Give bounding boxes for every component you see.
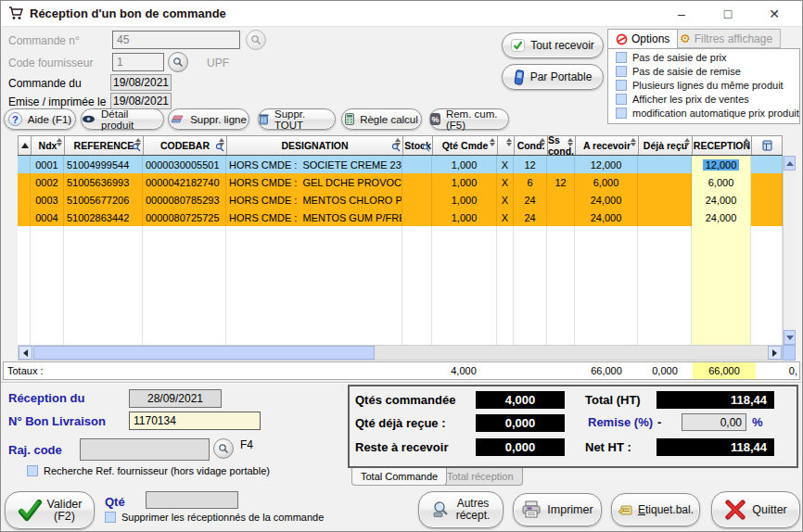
cell-delete[interactable] <box>751 156 783 173</box>
header-reception[interactable]: RECEPTION <box>692 135 751 155</box>
recherche-checkbox-row: Recherche Ref. fournisseur (hors vidage … <box>27 465 270 476</box>
imprimer-button[interactable]: Imprimer <box>513 493 602 526</box>
header-stock[interactable]: Stock <box>402 135 432 155</box>
header-deja-recu[interactable]: Déjà reçu <box>638 135 692 155</box>
reception-du-value[interactable]: 28/09/2021 <box>129 389 222 408</box>
qte-field[interactable] <box>146 491 238 509</box>
valider-button[interactable]: Valider (F2) <box>5 491 95 529</box>
commande-no-label: Commande n° <box>8 34 80 47</box>
table-row[interactable]: 0002 51005636993 0000042182740 HORS CMDE… <box>18 173 783 191</box>
imprimer-label: Imprimer <box>547 503 593 516</box>
header-ss-cond[interactable]: Ss cond. <box>547 135 575 155</box>
cell-codebar: 0000080785293 <box>143 191 226 209</box>
suppr-tout-button[interactable]: Suppr. TOUT <box>258 108 336 130</box>
help-icon: ? <box>8 112 22 126</box>
table-row[interactable]: 0003 51005677206 0000080785293 HORS CMDE… <box>18 191 783 209</box>
bon-livraison-field[interactable] <box>129 412 261 430</box>
cell-reception[interactable]: 24,000 <box>692 191 751 209</box>
cell-a-recevoir: 6,000 <box>575 173 638 191</box>
checkbox-pas-saisie-prix[interactable] <box>616 52 627 63</box>
tab-total-reception[interactable]: Total réception <box>438 468 523 486</box>
cell-cond: 12 <box>514 156 547 173</box>
check-icon <box>511 39 525 52</box>
supprimer-checkbox-row: Supprimer les réceptionnés de la command… <box>105 512 324 523</box>
tab-options-label: Options <box>631 32 669 45</box>
checkbox-recherche-ref[interactable] <box>27 465 38 476</box>
minimize-button[interactable]: – <box>663 1 700 27</box>
commande-du-value[interactable]: 19/08/2021 <box>110 74 172 91</box>
commande-search-icon[interactable] <box>246 30 266 50</box>
tab-filtres-label: Filtres affichage <box>695 32 773 45</box>
checkbox-modification-auto[interactable] <box>616 108 627 119</box>
option-label: Pas de saisie de prix <box>632 52 727 63</box>
cell-delete[interactable] <box>751 191 783 209</box>
checkbox-supprimer-receptionnes[interactable] <box>105 512 116 523</box>
percent-icon: % <box>430 113 440 125</box>
table-row[interactable]: 0004 51002863442 0000080725725 HORS CMDE… <box>18 209 783 226</box>
rem-cum-button[interactable]: % Rem. cum. (F5) <box>429 108 509 130</box>
etiquet-bal-label: Etiquet.bal. <box>638 503 694 516</box>
total-ht-value: 118,44 <box>656 391 774 409</box>
header-x[interactable] <box>497 135 514 155</box>
cell-a-recevoir: 24,000 <box>575 209 638 226</box>
fournisseur-search-icon[interactable] <box>168 52 188 72</box>
scroll-down-icon[interactable] <box>784 330 796 345</box>
maximize-button[interactable]: □ <box>709 1 746 27</box>
tab-filtres-affichage[interactable]: ⚙ Filtres affichage <box>671 29 781 48</box>
header-designation[interactable]: DESIGNATION <box>226 135 402 155</box>
scroll-right-icon[interactable] <box>768 346 782 360</box>
checkbox-plusieurs-lignes[interactable] <box>616 80 627 91</box>
code-fournisseur-field[interactable] <box>112 53 164 71</box>
cell-reception[interactable]: 12,000 <box>692 156 751 173</box>
tab-total-commande[interactable]: Total Commande <box>351 468 447 486</box>
scroll-up-icon[interactable] <box>784 156 796 171</box>
total-deja-recu: 0,000 <box>637 362 693 379</box>
cell-qte-cmde: 1,000 <box>432 209 497 226</box>
quitter-button[interactable]: Quitter <box>711 491 800 528</box>
qtes-commandee-value: 4,000 <box>476 391 565 409</box>
remise-field[interactable] <box>682 413 746 431</box>
vertical-scrollbar[interactable] <box>783 156 796 345</box>
checkbox-pas-saisie-remise[interactable] <box>616 66 627 77</box>
cell-reception[interactable]: 24,000 <box>692 209 751 226</box>
tab-options[interactable]: Options <box>607 29 678 48</box>
code-fournisseur-label: Code fournisseur <box>8 57 93 70</box>
label-icon <box>618 503 632 516</box>
close-button[interactable]: ✕ <box>756 1 793 27</box>
window-title: Réception d'un bon de commande <box>30 6 226 20</box>
header-delete[interactable] <box>751 135 783 155</box>
autres-recept-label2: récept. <box>456 509 491 522</box>
rem-cum-label: Rem. cum. (F5) <box>446 108 508 131</box>
horizontal-scrollbar[interactable] <box>18 345 783 361</box>
header-codebar[interactable]: CODEBAR <box>143 135 226 155</box>
emise-value[interactable]: 19/08/2021 <box>110 93 172 109</box>
aide-button[interactable]: ? Aide (F1) <box>4 108 76 130</box>
checkbox-afficher-prix[interactable] <box>616 94 627 105</box>
cell-a-recevoir: 12,000 <box>575 156 638 173</box>
cell-reception[interactable]: 6,000 <box>692 173 751 191</box>
cell-delete[interactable] <box>751 173 783 191</box>
autres-recept-button[interactable]: Autres récept. <box>418 491 503 528</box>
cell-designation: HORS CMDE : GEL DCHE PROVOCA <box>226 173 402 191</box>
raj-code-search-icon[interactable] <box>213 438 234 459</box>
header-ndx[interactable]: Ndx <box>31 135 64 155</box>
detail-produit-button[interactable]: Détail produit <box>81 108 164 130</box>
header-reference[interactable]: REFERENCE <box>64 135 143 155</box>
option-label: Pas de saisie de remise <box>632 66 741 77</box>
header-qte-cmde[interactable]: Qté Cmde <box>432 135 497 155</box>
tout-recevoir-button[interactable]: Tout recevoir <box>502 32 604 58</box>
suppr-ligne-button[interactable]: Suppr. ligne <box>168 108 249 130</box>
cell-ndx: 0004 <box>31 209 64 226</box>
header-a-recevoir[interactable]: A recevoir <box>575 135 638 155</box>
raj-code-field[interactable] <box>80 438 210 461</box>
etiquet-bal-button[interactable]: Etiquet.bal. <box>611 493 700 526</box>
cell-delete[interactable] <box>751 209 783 226</box>
header-marker[interactable] <box>18 135 31 155</box>
scrollbar-thumb[interactable] <box>33 346 375 360</box>
table-row[interactable]: 0001 51004999544 0000030005501 HORS CMDE… <box>18 156 783 173</box>
commande-no-field[interactable] <box>112 31 240 49</box>
scroll-left-icon[interactable] <box>19 346 32 360</box>
header-cond[interactable]: Cond. <box>514 135 547 155</box>
par-portable-button[interactable]: Par Portable <box>502 64 604 90</box>
regle-calcul-button[interactable]: Règle calcul <box>341 108 422 130</box>
